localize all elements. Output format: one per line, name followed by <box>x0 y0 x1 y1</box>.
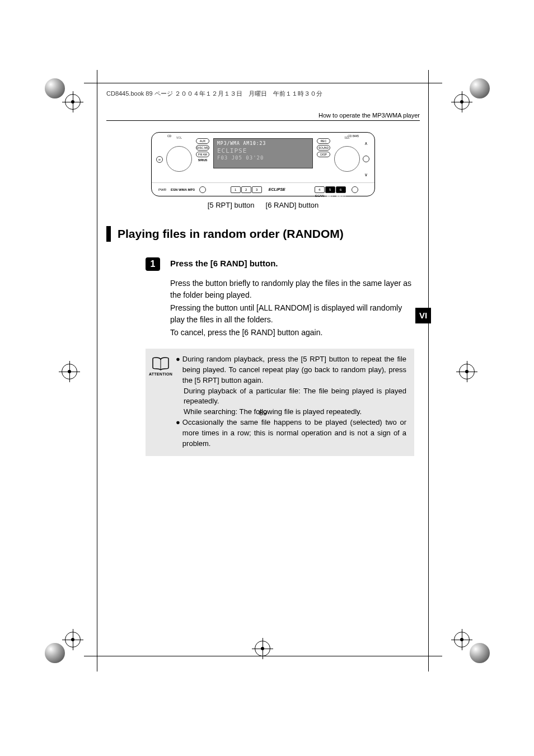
attention-bullet-2: Occasionally the same file happens to be… <box>182 417 406 449</box>
chapter-tab: VI <box>415 308 431 323</box>
crop-mark-tr <box>456 78 490 112</box>
crop-mark-right <box>459 364 475 379</box>
attention-bullet-1: During random playback, press the [5 RPT… <box>182 354 406 386</box>
step-number: 1 <box>146 257 160 271</box>
eclipse-logo: ECLIPSE <box>269 187 285 191</box>
page-number: 89 <box>106 408 420 417</box>
step-title: Press the [6 RAND] button. <box>170 259 278 268</box>
print-header-info: CD8445.book 89 ページ ２００４年１２月１３日 月曜日 午前１１時… <box>106 90 322 98</box>
rec-button: REC <box>317 138 330 144</box>
aux-button: AUX <box>196 138 209 144</box>
disp-button: DISP <box>317 152 330 157</box>
running-header: How to operate the MP3/WMA player <box>106 112 420 121</box>
crop-mark-bl <box>45 630 78 663</box>
select-knob <box>334 146 360 172</box>
fmam-button: FM AM <box>196 152 209 157</box>
crop-mark-tl <box>45 78 78 112</box>
section-title: Playing files in random order (RANDOM) <box>118 227 344 241</box>
esn-label: ESN WMA MP3 <box>171 188 195 191</box>
attention-label: ATTENTION <box>149 372 172 376</box>
disc-button: DISC MS <box>196 145 209 151</box>
cdr-button <box>363 156 369 162</box>
crop-mark-bottom <box>255 641 270 656</box>
device-display: MP3/WMA AM10:23 ECLIPSE F03 J05 03'20 <box>213 138 313 168</box>
preset-3: 3 <box>252 186 262 193</box>
pwr-label: PWR <box>158 188 166 191</box>
step-body: Press the button briefly to randomly pla… <box>170 278 412 339</box>
preset-1: 1 <box>231 186 241 193</box>
attention-box: ATTENTION ● During random playback, pres… <box>146 349 414 456</box>
callout-6rand: [6 RAND] button <box>266 201 319 209</box>
section-bar-icon <box>106 226 111 242</box>
mute-button: M <box>156 156 163 163</box>
preset-4: 4 SCAN <box>315 186 325 193</box>
book-icon <box>152 356 170 371</box>
attention-sub-1: During playback of a particular file: Th… <box>184 386 406 407</box>
preset-6-rand: 6 RAND <box>336 186 346 193</box>
preset-2: 2 <box>241 186 251 193</box>
device-illustration: CD CD 8445 M VOL AUX DISC MS FM AM SIRIU… <box>151 132 375 196</box>
sound-button: SOUND <box>317 145 330 151</box>
preset-5-rpt: 5 RPT <box>325 186 335 193</box>
crop-mark-br <box>456 630 490 663</box>
callout-5rpt: [5 RPT] button <box>208 201 255 209</box>
crop-mark-left <box>62 364 77 379</box>
volume-knob <box>166 146 192 172</box>
